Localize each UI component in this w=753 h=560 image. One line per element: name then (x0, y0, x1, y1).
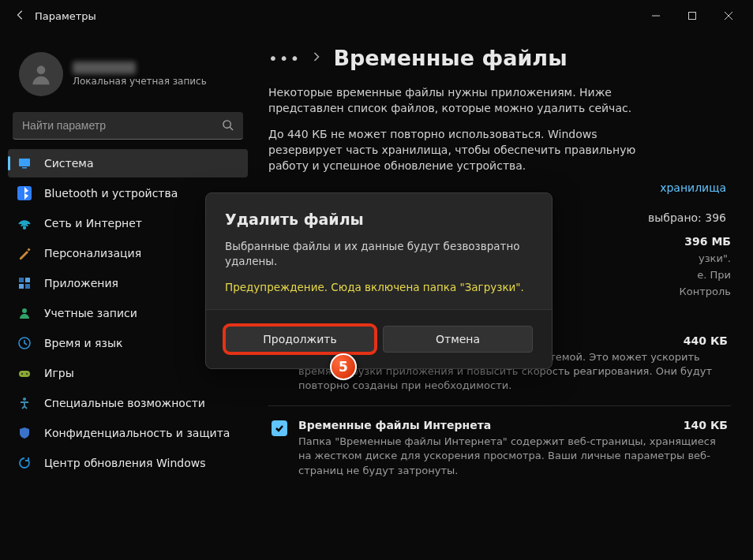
intro-text-1: Некоторые временные файлы нужны приложен… (268, 84, 663, 117)
svg-rect-12 (19, 284, 24, 289)
sidebar-item-label: Специальные возможности (44, 397, 205, 409)
page-title: Временные файлы (333, 46, 567, 70)
svg-point-4 (37, 65, 46, 74)
profile-name (73, 62, 136, 74)
continue-button[interactable]: Продолжить (225, 326, 375, 353)
file-description: Папка "Временные файлы Интернета" содерж… (298, 435, 728, 478)
search-input[interactable] (13, 112, 243, 140)
intro-text-2: До 440 КБ не может повторно использовать… (268, 126, 663, 174)
profile-subtitle: Локальная учетная запись (73, 76, 207, 87)
svg-rect-16 (19, 371, 30, 377)
system-icon (17, 156, 32, 170)
maximize-button[interactable] (674, 3, 710, 28)
search-icon (222, 119, 234, 134)
network-icon (17, 216, 32, 230)
sidebar-item-system[interactable]: Система (8, 149, 248, 177)
sidebar-item-label: Время и язык (44, 337, 122, 349)
cancel-button[interactable]: Отмена (383, 326, 533, 353)
step-callout: 5 (330, 353, 357, 380)
delete-files-dialog: Удалить файлы Выбранные файлы и их данны… (205, 192, 553, 369)
profile-block[interactable]: Локальная учетная запись (8, 39, 248, 112)
accessibility-icon (17, 396, 32, 410)
svg-rect-13 (25, 284, 30, 289)
breadcrumb-more-icon[interactable]: ••• (268, 49, 301, 68)
svg-rect-8 (22, 167, 27, 169)
time-icon (17, 336, 32, 350)
window-title: Параметры (35, 10, 96, 22)
file-title: Временные файлы Интернета (298, 419, 491, 431)
sidebar-item-privacy[interactable]: Конфиденциальность и защита (8, 419, 248, 447)
dialog-title: Удалить файлы (225, 211, 533, 228)
sidebar-item-label: Сеть и Интернет (44, 217, 142, 230)
svg-rect-7 (19, 159, 30, 166)
back-button[interactable] (6, 9, 35, 23)
apps-icon (17, 276, 32, 290)
close-button[interactable] (710, 3, 747, 28)
svg-point-14 (22, 308, 27, 313)
svg-point-18 (26, 373, 28, 375)
sidebar-item-label: Персонализация (44, 247, 141, 259)
svg-point-19 (23, 398, 26, 401)
svg-rect-1 (689, 13, 696, 20)
personalization-icon (17, 246, 32, 260)
file-item: Временные файлы Интернета 140 КБ Папка "… (268, 405, 731, 491)
sidebar-item-label: Игры (44, 367, 74, 379)
sidebar-item-label: Приложения (44, 277, 118, 289)
sidebar-item-label: Bluetooth и устройства (44, 187, 178, 200)
dialog-message: Выбранные файлы и их данные будут безвоз… (225, 239, 533, 269)
bluetooth-icon (17, 186, 32, 200)
sidebar-item-accessibility[interactable]: Специальные возможности (8, 389, 248, 417)
file-size: 440 КБ (684, 334, 728, 347)
sidebar-item-label: Конфиденциальность и защита (44, 427, 230, 439)
file-size-0: 396 МБ (684, 235, 731, 248)
checkbox[interactable] (272, 420, 287, 436)
accounts-icon (17, 306, 32, 320)
svg-rect-9 (27, 248, 30, 251)
chevron-right-icon (313, 52, 320, 64)
svg-rect-11 (25, 278, 30, 282)
avatar (19, 52, 63, 96)
file-size: 140 КБ (684, 419, 728, 431)
sidebar-item-label: Учетные записи (44, 307, 137, 319)
gaming-icon (17, 366, 32, 380)
minimize-button[interactable] (638, 3, 674, 28)
sidebar-item-update[interactable]: Центр обновления Windows (8, 449, 248, 477)
svg-point-5 (223, 121, 230, 128)
svg-line-6 (230, 127, 233, 130)
svg-point-17 (21, 373, 23, 375)
sidebar-item-label: Система (44, 157, 93, 170)
update-icon (17, 456, 32, 470)
privacy-icon (17, 426, 32, 440)
breadcrumb: ••• Временные файлы (268, 46, 731, 70)
svg-rect-10 (19, 278, 24, 282)
dialog-warning: Предупреждение. Сюда включена папка "Заг… (225, 280, 533, 295)
sidebar-item-label: Центр обновления Windows (44, 457, 205, 469)
